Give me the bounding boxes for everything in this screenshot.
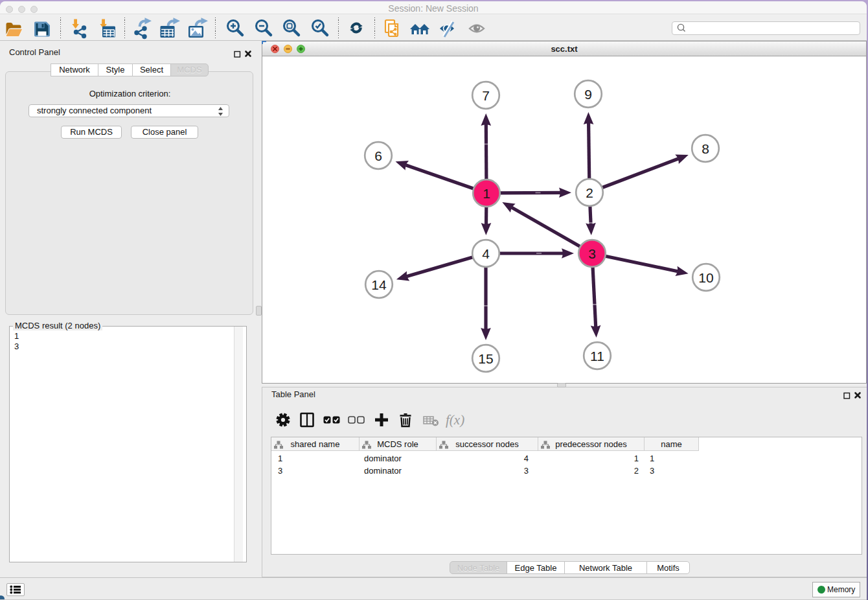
svg-text:7: 7	[482, 88, 490, 103]
svg-text:1: 1	[483, 186, 490, 201]
svg-text:2: 2	[586, 185, 593, 200]
svg-text:8: 8	[702, 141, 709, 156]
svg-text:15: 15	[478, 351, 493, 366]
svg-text:14: 14	[371, 277, 387, 292]
svg-text:10: 10	[698, 270, 713, 285]
svg-text:9: 9	[584, 87, 592, 102]
svg-text:3: 3	[588, 246, 596, 261]
svg-text:4: 4	[482, 246, 490, 261]
svg-text:11: 11	[590, 349, 604, 363]
svg-text:6: 6	[374, 148, 382, 163]
